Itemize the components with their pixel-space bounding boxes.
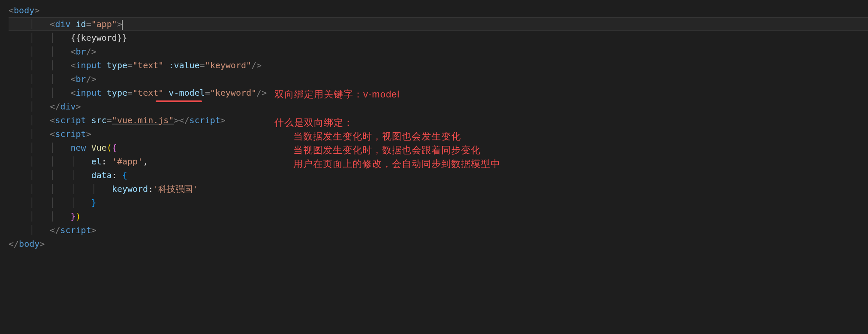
bracket: />: [256, 88, 267, 98]
bracket: </: [9, 239, 19, 249]
brace: }: [91, 197, 96, 208]
code-line[interactable]: │ │ <br/>: [9, 45, 868, 58]
attr-name: :value: [169, 60, 199, 70]
attr-name: type: [107, 88, 127, 98]
bracket: />: [251, 60, 262, 70]
bracket: >: [39, 239, 45, 249]
annotation-text: 双向绑定用关键字：v-model: [274, 87, 400, 102]
tag-name: script: [55, 115, 86, 125]
template-expression: {{keyword}}: [71, 33, 127, 43]
annotation-text: 用户在页面上的修改，会自动同步到数据模型中: [293, 156, 500, 171]
bracket: </: [50, 225, 60, 235]
annotation-text: 什么是双向绑定：: [274, 115, 353, 130]
equals: =: [205, 88, 210, 98]
colon: :: [112, 170, 117, 180]
bracket: <: [50, 19, 55, 29]
tag-name: script: [60, 225, 91, 235]
bracket: <: [50, 115, 55, 125]
text-cursor: [122, 20, 123, 30]
tag-name: script: [55, 129, 86, 139]
string-value: '科技强国': [153, 184, 198, 194]
equals: =: [86, 19, 91, 29]
code-line[interactable]: │ │ <br/>: [9, 72, 868, 86]
attr-value: "text": [133, 88, 163, 98]
tag-name: script: [190, 115, 220, 125]
bracket: </: [179, 115, 189, 125]
brace: }: [71, 211, 76, 222]
code-line[interactable]: │ </div>: [9, 100, 868, 113]
attr-value: "keyword": [210, 88, 256, 98]
bracket: >: [34, 5, 39, 15]
bracket: <: [9, 5, 14, 15]
code-line[interactable]: │ │ <input type="text" :value="keyword"/…: [9, 58, 868, 72]
tag-name: body: [14, 5, 34, 15]
function-name: Vue: [91, 143, 107, 153]
colon: :: [102, 156, 107, 167]
code-line[interactable]: │ │ <input type="text" v-model="keyword"…: [9, 86, 868, 100]
attr-value: "app": [91, 19, 117, 29]
equals: =: [127, 88, 133, 98]
code-line[interactable]: │ │ {{keyword}}: [9, 31, 868, 45]
code-line[interactable]: </body>: [9, 237, 868, 251]
annotation-text: 当数据发生变化时，视图也会发生变化: [293, 129, 461, 144]
equals: =: [200, 60, 205, 70]
tag-name: div: [55, 19, 70, 29]
property-key: data: [91, 170, 112, 180]
bracket: >: [76, 101, 81, 112]
bracket: />: [86, 46, 96, 57]
colon: :: [148, 184, 153, 194]
attr-value: "vue.min.js": [112, 115, 174, 125]
bracket: <: [50, 129, 55, 139]
equals: =: [107, 115, 112, 125]
attr-value: "text": [133, 60, 163, 70]
keyword: new: [71, 143, 86, 153]
bracket: >: [174, 115, 179, 125]
property-key: el: [91, 156, 102, 167]
code-line[interactable]: │ │ │ │ keyword:'科技强国': [9, 182, 868, 196]
code-editor[interactable]: <body> │ <div id="app"> │ │ {{keyword}} …: [0, 0, 868, 254]
code-line-active[interactable]: │ <div id="app">: [9, 17, 868, 31]
equals: =: [127, 60, 133, 70]
annotation-text: 当视图发生变化时，数据也会跟着同步变化: [293, 143, 481, 158]
tag-name: div: [60, 101, 75, 112]
tag-name: br: [76, 46, 86, 57]
bracket: <: [71, 60, 76, 70]
bracket: <: [71, 46, 76, 57]
code-line[interactable]: │ │ │ }: [9, 196, 868, 210]
paren: (: [107, 143, 112, 153]
attr-name: v-model: [169, 88, 205, 98]
bracket: >: [86, 129, 91, 139]
tag-name: input: [76, 88, 102, 98]
attr-value: "keyword": [205, 60, 251, 70]
attr-name: type: [107, 60, 127, 70]
bracket: />: [86, 74, 96, 84]
code-line[interactable]: │ <script src="vue.min.js"></script>: [9, 113, 868, 127]
tag-name: input: [76, 60, 102, 70]
tag-name: br: [76, 74, 86, 84]
brace: {: [122, 170, 127, 180]
attr-name: id: [76, 19, 86, 29]
active-line-highlight: [9, 17, 868, 31]
property-key: keyword: [112, 184, 148, 194]
comma: ,: [143, 156, 148, 167]
bracket: >: [220, 115, 226, 125]
string-value: '#app': [112, 156, 143, 167]
code-line[interactable]: <body>: [9, 3, 868, 17]
bracket: </: [50, 101, 60, 112]
bracket: >: [91, 225, 96, 235]
code-line[interactable]: │ │ }): [9, 210, 868, 223]
bracket: <: [71, 88, 76, 98]
bracket: <: [71, 74, 76, 84]
annotation-underline: [156, 100, 202, 102]
code-line[interactable]: │ </script>: [9, 223, 868, 237]
attr-name: src: [91, 115, 107, 125]
paren: ): [76, 211, 81, 222]
tag-name: body: [19, 239, 39, 249]
brace: {: [112, 143, 117, 153]
